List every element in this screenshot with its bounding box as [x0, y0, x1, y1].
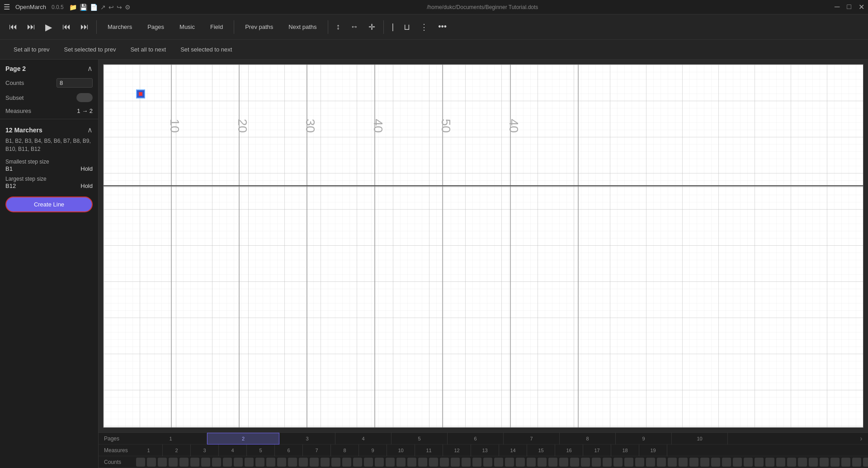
menu-icon[interactable]: ☰ — [4, 3, 10, 11]
minimize-button[interactable]: ─ — [835, 3, 840, 11]
tool-3-icon[interactable]: ⋮ — [416, 20, 432, 34]
fast-forward-button[interactable]: ⏮ — [76, 20, 92, 33]
count-cell[interactable] — [462, 458, 471, 467]
field-nav-button[interactable]: Field — [204, 21, 229, 33]
measure-5[interactable]: 5 — [247, 445, 275, 456]
count-cell[interactable] — [613, 458, 623, 467]
count-cell[interactable] — [375, 458, 384, 467]
count-cell[interactable] — [190, 458, 199, 467]
count-cell[interactable] — [147, 458, 156, 467]
new-file-icon[interactable]: 📄 — [90, 4, 98, 11]
count-cell[interactable] — [136, 458, 145, 467]
maximize-button[interactable]: □ — [847, 3, 851, 11]
count-cell[interactable] — [245, 458, 254, 467]
measure-9[interactable]: 9 — [359, 445, 387, 456]
count-cell[interactable] — [559, 458, 568, 467]
page-cell-4[interactable]: 4 — [335, 433, 392, 445]
count-cell[interactable] — [863, 458, 868, 467]
page-cell-9[interactable]: 9 — [616, 433, 672, 445]
count-cell[interactable] — [288, 458, 297, 467]
timeline-scroll-right[interactable]: › — [854, 435, 868, 443]
count-cell[interactable] — [299, 458, 308, 467]
count-cell[interactable] — [841, 458, 850, 467]
count-cell[interactable] — [592, 458, 601, 467]
measure-15[interactable]: 15 — [527, 445, 555, 456]
count-cell[interactable] — [505, 458, 514, 467]
count-cell[interactable] — [668, 458, 677, 467]
measure-2[interactable]: 2 — [163, 445, 191, 456]
measure-13[interactable]: 13 — [471, 445, 499, 456]
page-cell-6[interactable]: 6 — [448, 433, 504, 445]
count-cell[interactable] — [744, 458, 753, 467]
count-cell[interactable] — [809, 458, 818, 467]
count-cell[interactable] — [451, 458, 460, 467]
set-selected-next-button[interactable]: Set selected to next — [174, 43, 238, 56]
count-cell[interactable] — [820, 458, 829, 467]
count-cell[interactable] — [657, 458, 666, 467]
count-cell[interactable] — [440, 458, 449, 467]
count-cell[interactable] — [765, 458, 774, 467]
count-cell[interactable] — [353, 458, 362, 467]
count-cell[interactable] — [277, 458, 286, 467]
count-cell[interactable] — [331, 458, 340, 467]
marcher-b1[interactable] — [136, 89, 145, 98]
measure-10[interactable]: 10 — [387, 445, 415, 456]
counts-input[interactable] — [57, 78, 93, 88]
measure-6[interactable]: 6 — [275, 445, 303, 456]
field-canvas[interactable]: 10 20 30 40 50 40 — [103, 64, 863, 428]
marchers-nav-button[interactable]: Marchers — [101, 21, 138, 33]
measure-18[interactable]: 18 — [611, 445, 639, 456]
count-cell[interactable] — [321, 458, 330, 467]
set-all-prev-button[interactable]: Set all to prev — [7, 43, 56, 56]
count-cell[interactable] — [179, 458, 189, 467]
count-cell[interactable] — [646, 458, 655, 467]
align-vertical-icon[interactable]: ↕ — [333, 20, 344, 33]
next-page-button[interactable]: ⏭ — [58, 20, 74, 33]
measure-3[interactable]: 3 — [191, 445, 219, 456]
page-cell-1[interactable]: 1 — [135, 433, 207, 445]
count-cell[interactable] — [234, 458, 243, 467]
measure-4[interactable]: 4 — [219, 445, 247, 456]
measure-7[interactable]: 7 — [303, 445, 331, 456]
count-cell[interactable] — [516, 458, 525, 467]
count-cell[interactable] — [635, 458, 644, 467]
more-icon[interactable]: ••• — [434, 20, 450, 33]
redo-icon[interactable]: ↪ — [117, 4, 122, 11]
count-cell[interactable] — [700, 458, 709, 467]
prev-page-button[interactable]: ⏭ — [24, 20, 39, 33]
count-cell[interactable] — [581, 458, 590, 467]
count-cell[interactable] — [798, 458, 807, 467]
count-cell[interactable] — [548, 458, 557, 467]
count-cell[interactable] — [679, 458, 688, 467]
count-cell[interactable] — [255, 458, 264, 467]
measure-11[interactable]: 11 — [415, 445, 443, 456]
count-cell[interactable] — [755, 458, 764, 467]
page-cell-7[interactable]: 7 — [504, 433, 560, 445]
count-cell[interactable] — [527, 458, 536, 467]
measure-14[interactable]: 14 — [499, 445, 527, 456]
set-selected-prev-button[interactable]: Set selected to prev — [58, 43, 123, 56]
count-cell[interactable] — [570, 458, 579, 467]
count-cell[interactable] — [733, 458, 742, 467]
tool-2-icon[interactable]: ⊔ — [400, 20, 414, 34]
open-file-icon[interactable]: 📁 — [69, 4, 77, 11]
page-cell-2[interactable]: 2 — [207, 433, 279, 445]
count-cell[interactable] — [689, 458, 698, 467]
next-paths-button[interactable]: Next paths — [282, 21, 323, 33]
create-line-button[interactable]: Create Line — [5, 197, 93, 212]
count-cell[interactable] — [711, 458, 720, 467]
count-cell[interactable] — [223, 458, 232, 467]
count-cell[interactable] — [624, 458, 633, 467]
measure-17[interactable]: 17 — [583, 445, 611, 456]
page-cell-3[interactable]: 3 — [279, 433, 335, 445]
count-cell[interactable] — [472, 458, 481, 467]
pages-nav-button[interactable]: Pages — [141, 21, 170, 33]
count-cell[interactable] — [212, 458, 221, 467]
page-cell-8[interactable]: 8 — [560, 433, 616, 445]
align-center-icon[interactable]: ✛ — [365, 20, 379, 34]
subset-toggle[interactable] — [76, 93, 93, 102]
play-button[interactable]: ▶ — [42, 20, 56, 34]
count-cell[interactable] — [494, 458, 503, 467]
count-cell[interactable] — [722, 458, 731, 467]
rewind-button[interactable]: ⏮ — [5, 20, 21, 33]
